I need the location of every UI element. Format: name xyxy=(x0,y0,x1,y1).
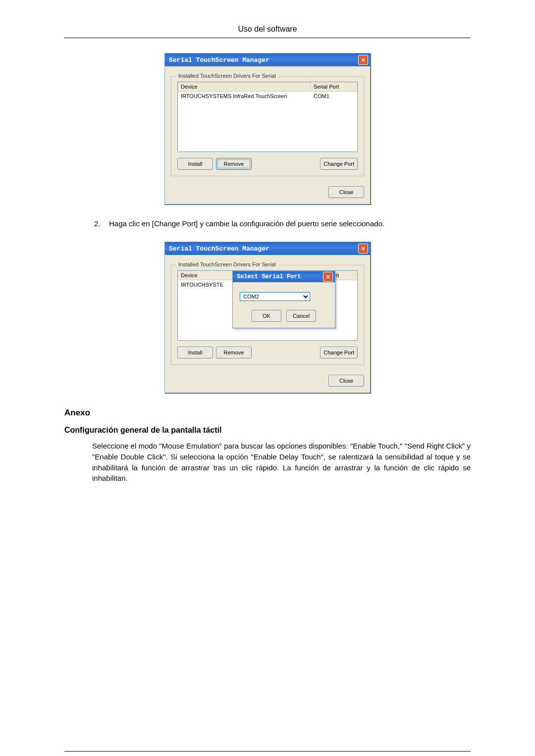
row-port: COM1 xyxy=(311,92,357,101)
close-button[interactable]: Close xyxy=(328,186,364,198)
step-number: 2. xyxy=(94,219,109,228)
select-serial-port-dialog: Select Serial Port × COM2 OK Cancel xyxy=(232,271,335,328)
heading-config-general: Configuración general de la pantalla tác… xyxy=(64,426,471,435)
change-port-button[interactable]: Change Port xyxy=(320,158,358,170)
close-icon[interactable]: × xyxy=(323,272,333,282)
button-row: Install Remove Change Port xyxy=(177,158,358,170)
installed-drivers-groupbox: Installed TouchScreen Drivers For Serial… xyxy=(171,265,364,365)
serial-touchscreen-manager-dialog: Serial TouchScreen Manager × Installed T… xyxy=(164,53,371,204)
serial-port-select[interactable]: COM2 xyxy=(240,292,310,301)
groupbox-title: Installed TouchScreen Drivers For Serial xyxy=(176,261,278,267)
modal-body: COM2 xyxy=(233,282,335,306)
row-device: IRTOUCHSYSTEMS InfraRed TouchScreen xyxy=(178,92,311,101)
dialog-title: Serial TouchScreen Manager xyxy=(169,245,269,252)
install-button[interactable]: Install xyxy=(177,347,213,358)
column-device: Device xyxy=(178,82,311,91)
modal-titlebar: Select Serial Port × xyxy=(233,271,335,282)
page-title: Uso del software xyxy=(64,25,471,38)
install-button[interactable]: Install xyxy=(177,158,213,170)
drivers-listview[interactable]: Device Serial Port IRTOUCHSYSTEMS InfraR… xyxy=(177,82,358,152)
heading-anexo: Anexo xyxy=(64,408,471,418)
cancel-button[interactable]: Cancel xyxy=(286,310,316,322)
close-icon[interactable]: × xyxy=(358,244,368,253)
dialog-titlebar: Serial TouchScreen Manager × xyxy=(165,242,370,255)
button-row: Install Remove Change Port xyxy=(177,347,358,358)
close-icon[interactable]: × xyxy=(358,55,368,65)
modal-title: Select Serial Port xyxy=(237,273,301,280)
step-text: Haga clic en [Change Port] y cambie la c… xyxy=(109,219,384,228)
remove-button[interactable]: Remove xyxy=(216,158,252,170)
column-serial-port: Serial Port xyxy=(311,82,357,91)
installed-drivers-groupbox: Installed TouchScreen Drivers For Serial… xyxy=(171,76,364,176)
dialog-titlebar: Serial TouchScreen Manager × xyxy=(165,53,370,66)
remove-button[interactable]: Remove xyxy=(216,347,252,358)
close-button[interactable]: Close xyxy=(328,375,364,387)
groupbox-title: Installed TouchScreen Drivers For Serial xyxy=(176,73,278,79)
dialog-body: Installed TouchScreen Drivers For Serial… xyxy=(165,255,370,371)
dialog-footer: Close xyxy=(165,182,370,204)
ok-button[interactable]: OK xyxy=(252,310,281,322)
dialog-title: Serial TouchScreen Manager xyxy=(169,56,269,64)
footer-rule xyxy=(64,751,471,752)
change-port-button[interactable]: Change Port xyxy=(320,347,358,358)
listview-header: Device Serial Port xyxy=(178,82,357,92)
dialog-body: Installed TouchScreen Drivers For Serial… xyxy=(165,66,370,182)
modal-button-row: OK Cancel xyxy=(233,306,335,328)
dialog-footer: Close xyxy=(165,371,370,393)
document-page: Uso del software Serial TouchScreen Mana… xyxy=(0,0,535,756)
serial-touchscreen-manager-dialog-2: Serial TouchScreen Manager × Installed T… xyxy=(164,242,371,393)
body-paragraph: Seleccione el modo "Mouse Emulation" par… xyxy=(92,441,471,484)
list-item[interactable]: IRTOUCHSYSTEMS InfraRed TouchScreen COM1 xyxy=(178,92,357,101)
instruction-step: 2. Haga clic en [Change Port] y cambie l… xyxy=(94,219,471,228)
drivers-listview[interactable]: Device Serial Port IRTOUCHSYSTE COM1 Sel… xyxy=(177,270,358,341)
